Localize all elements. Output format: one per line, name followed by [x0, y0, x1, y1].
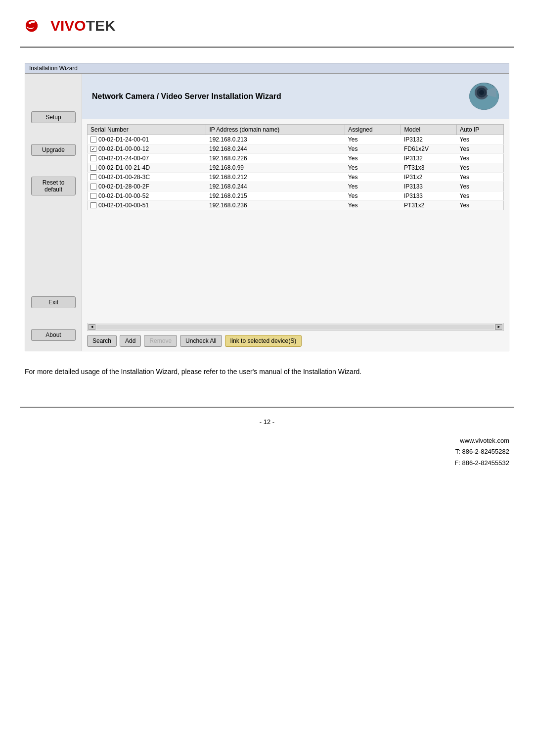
row-checkbox[interactable]: [90, 202, 96, 208]
cell-assigned: Yes: [345, 144, 401, 154]
cell-serial[interactable]: 00-02-D1-00-00-52: [88, 191, 206, 201]
reset-to-default-button[interactable]: Reset to default: [31, 177, 76, 195]
page-number: - 12 -: [25, 418, 509, 425]
cell-serial[interactable]: 00-02-D1-00-28-3C: [88, 173, 206, 182]
page-footer: - 12 - www.vivotek.com T: 886-2-82455282…: [0, 408, 534, 483]
svg-point-6: [479, 90, 484, 95]
serial-value: 00-02-D1-00-28-3C: [98, 174, 150, 181]
cell-auto-ip: Yes: [457, 144, 504, 154]
wizard-body: Setup Upgrade Reset to default Exit Abou…: [25, 74, 509, 351]
table-row[interactable]: 00-02-D1-00-00-51192.168.0.236YesPT31x2Y…: [88, 201, 504, 210]
fax: F: 886-2-82455532: [25, 458, 509, 469]
website: www.vivotek.com: [25, 435, 509, 446]
setup-button[interactable]: Setup: [31, 111, 76, 123]
cell-serial[interactable]: 00-02-D1-28-00-2F: [88, 182, 206, 191]
cell-assigned: Yes: [345, 163, 401, 173]
phone: T: 886-2-82455282: [25, 446, 509, 457]
wizard-sidebar: Setup Upgrade Reset to default Exit Abou…: [25, 74, 82, 351]
cell-ip: 192.168.0.226: [206, 154, 345, 163]
cell-ip: 192.168.0.236: [206, 201, 345, 210]
table-row[interactable]: 00-02-D1-00-21-4D192.168.0.99YesPT31x3Ye…: [88, 163, 504, 173]
cell-serial[interactable]: 00-02-D1-00-00-12: [88, 144, 206, 154]
wizard-main-panel: Network Camera / Video Server Installati…: [82, 74, 509, 351]
device-table: Serial Number IP Address (domain name) A…: [87, 124, 504, 210]
serial-value: 00-02-D1-00-00-52: [98, 192, 149, 199]
cell-serial[interactable]: 00-02-D1-24-00-01: [88, 135, 206, 144]
scroll-right-arrow[interactable]: ►: [495, 324, 502, 330]
cell-model: PT31x2: [401, 201, 457, 210]
logo-text: VIVOTEK: [50, 17, 116, 34]
cell-ip: 192.168.0.215: [206, 191, 345, 201]
remove-button[interactable]: Remove: [144, 335, 177, 347]
row-checkbox[interactable]: [90, 137, 96, 142]
logo-bird-icon: [25, 15, 46, 37]
upgrade-button[interactable]: Upgrade: [31, 144, 76, 156]
wizard-header-banner: Network Camera / Video Server Installati…: [82, 74, 509, 119]
serial-value: 00-02-D1-24-00-01: [98, 136, 149, 143]
cell-assigned: Yes: [345, 135, 401, 144]
table-row[interactable]: 00-02-D1-24-00-01192.168.0.213YesIP3132Y…: [88, 135, 504, 144]
about-button[interactable]: About: [31, 329, 76, 341]
cell-serial[interactable]: 00-02-D1-00-00-51: [88, 201, 206, 210]
row-checkbox[interactable]: [90, 174, 96, 180]
row-checkbox[interactable]: [90, 184, 96, 189]
link-to-selected-button[interactable]: link to selected device(S): [225, 335, 302, 347]
cell-ip: 192.168.0.244: [206, 144, 345, 154]
wizard-titlebar: Installation Wizard: [25, 63, 509, 74]
cell-model: IP3132: [401, 154, 457, 163]
col-ip: IP Address (domain name): [206, 125, 345, 135]
cell-model: IP3133: [401, 191, 457, 201]
camera-thumbnail: [469, 83, 499, 110]
wizard-window: Installation Wizard Setup Upgrade Reset …: [25, 63, 509, 351]
cell-model: IP31x2: [401, 173, 457, 182]
col-auto-ip: Auto IP: [457, 125, 504, 135]
table-row[interactable]: 00-02-D1-00-28-3C192.168.0.212YesIP31x2Y…: [88, 173, 504, 182]
row-checkbox[interactable]: [90, 193, 96, 199]
cell-serial[interactable]: 00-02-D1-24-00-07: [88, 154, 206, 163]
cell-auto-ip: Yes: [457, 163, 504, 173]
serial-value: 00-02-D1-24-00-07: [98, 155, 149, 162]
horizontal-scrollbar[interactable]: ◄ ►: [87, 323, 504, 331]
cell-auto-ip: Yes: [457, 135, 504, 144]
cell-auto-ip: Yes: [457, 182, 504, 191]
cell-auto-ip: Yes: [457, 201, 504, 210]
row-checkbox[interactable]: [90, 146, 96, 152]
cell-ip: 192.168.0.212: [206, 173, 345, 182]
table-row[interactable]: 00-02-D1-28-00-2F192.168.0.244YesIP3133Y…: [88, 182, 504, 191]
main-content: Installation Wizard Setup Upgrade Reset …: [0, 48, 534, 402]
serial-value: 00-02-D1-28-00-2F: [98, 183, 149, 190]
cell-ip: 192.168.0.244: [206, 182, 345, 191]
add-button[interactable]: Add: [120, 335, 141, 347]
row-checkbox[interactable]: [90, 155, 96, 161]
cell-assigned: Yes: [345, 182, 401, 191]
cell-assigned: Yes: [345, 191, 401, 201]
cell-auto-ip: Yes: [457, 173, 504, 182]
device-table-area: Serial Number IP Address (domain name) A…: [82, 119, 509, 323]
col-model: Model: [401, 125, 457, 135]
cell-auto-ip: Yes: [457, 191, 504, 201]
uncheck-all-button[interactable]: Uncheck All: [180, 335, 222, 347]
serial-value: 00-02-D1-00-00-51: [98, 202, 149, 209]
row-checkbox[interactable]: [90, 165, 96, 171]
search-button[interactable]: Search: [87, 335, 117, 347]
exit-button[interactable]: Exit: [31, 296, 76, 308]
table-row[interactable]: 00-02-D1-24-00-07192.168.0.226YesIP3132Y…: [88, 154, 504, 163]
col-assigned: Assigned: [345, 125, 401, 135]
description-text: For more detailed usage of the Installat…: [25, 366, 509, 377]
cell-model: IP3133: [401, 182, 457, 191]
serial-value: 00-02-D1-00-21-4D: [98, 164, 150, 171]
serial-value: 00-02-D1-00-00-12: [98, 145, 149, 152]
svg-point-2: [29, 22, 31, 24]
cell-serial[interactable]: 00-02-D1-00-21-4D: [88, 163, 206, 173]
cell-model: IP3132: [401, 135, 457, 144]
table-row[interactable]: 00-02-D1-00-00-52192.168.0.215YesIP3133Y…: [88, 191, 504, 201]
cell-auto-ip: Yes: [457, 154, 504, 163]
cell-ip: 192.168.0.99: [206, 163, 345, 173]
scroll-track[interactable]: [96, 325, 494, 330]
contact-info: www.vivotek.com T: 886-2-82455282 F: 886…: [25, 435, 509, 468]
scroll-left-arrow[interactable]: ◄: [89, 324, 95, 330]
cell-model: FD61x2V: [401, 144, 457, 154]
table-row[interactable]: 00-02-D1-00-00-12192.168.0.244YesFD61x2V…: [88, 144, 504, 154]
cell-assigned: Yes: [345, 201, 401, 210]
cell-ip: 192.168.0.213: [206, 135, 345, 144]
